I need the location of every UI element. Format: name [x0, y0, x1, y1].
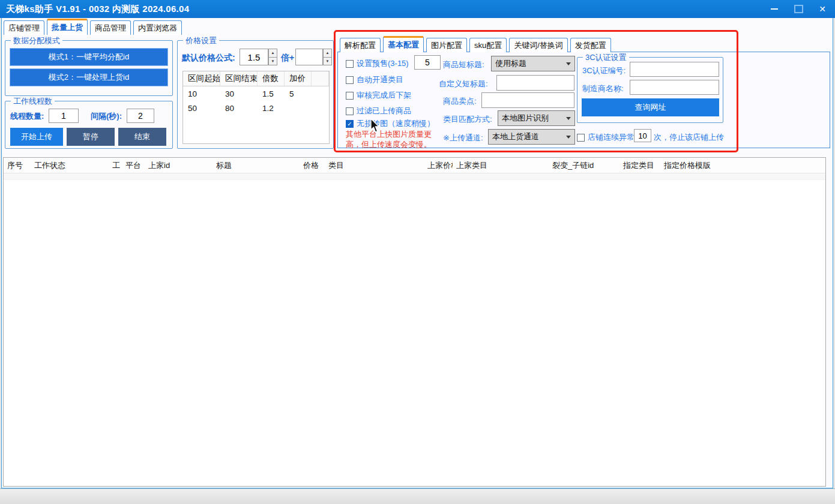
presale-label: 设置预售(3-15) [357, 58, 409, 69]
shop-abnormal-checkbox[interactable] [577, 134, 585, 142]
price-addition-input[interactable] [295, 49, 323, 65]
price-table-row[interactable]: 50 80 1.2 [183, 101, 329, 115]
col-seller-price[interactable]: 上家价格 [424, 160, 453, 171]
short-title-label: 商品短标题: [443, 59, 484, 70]
cert-no-label: 3C认证编号: [582, 65, 625, 76]
grid-header-row: 序号 工作状态 工 平台 上家id 标题 价格 类目 上家价格 上家类目 裂变_… [4, 158, 825, 173]
abnormal-count-input[interactable] [634, 129, 651, 142]
tab-product-manage[interactable]: 商品管理 [90, 20, 131, 35]
status-strip [0, 488, 835, 504]
app-window: 天梯ks助手 V1.91 - 0032 内测版 2024.06.04 ✕ 店铺管… [0, 0, 835, 504]
close-icon: ✕ [819, 4, 826, 14]
minimize-button[interactable] [767, 1, 782, 17]
col-range-end: 区间结束 [220, 71, 258, 86]
lossless-image-label: 无损传图（速度稍慢） [357, 118, 435, 129]
mouse-cursor-icon [370, 118, 381, 134]
price-range-table[interactable]: 区间起始 区间结束 倍数 加价 10 30 1.5 5 50 80 1.2 [182, 71, 330, 144]
lossless-image-checkbox-row[interactable]: ✓ 无损传图（速度稍慢） [346, 118, 435, 129]
col-seller-id[interactable]: 上家id [145, 160, 213, 171]
price-table-header: 区间起始 区间结束 倍数 加价 [183, 71, 329, 86]
basic-config-panel: 设置预售(3-15) 自动开通类目 审核完成后下架 过滤已上传商品 ✓ 无损传图… [337, 52, 830, 148]
mode2-button[interactable]: 模式2：一键处理上货id [10, 68, 168, 86]
category-match-select[interactable]: 本地图片识别 [498, 110, 575, 126]
maker-name-input[interactable] [630, 80, 719, 95]
chevron-down-icon [566, 136, 571, 139]
cell-range-start: 10 [183, 89, 220, 98]
col-work[interactable]: 工 [109, 160, 122, 171]
tab-batch-upload[interactable]: 批量上货 [47, 19, 88, 35]
col-seller-category[interactable]: 上家类目 [453, 160, 549, 171]
mode1-button[interactable]: 模式1：一键平均分配id [10, 48, 168, 66]
filter-uploaded-checkbox-row[interactable]: 过滤已上传商品 [346, 106, 411, 116]
spin-up-icon[interactable]: ▲ [268, 49, 277, 58]
selling-point-label: 商品卖点: [443, 96, 477, 107]
category-match-value: 本地图片识别 [502, 113, 549, 124]
selling-point-input[interactable] [481, 92, 574, 108]
col-category[interactable]: 类目 [325, 160, 424, 171]
col-range-start: 区间起始 [183, 71, 220, 86]
stop-button[interactable]: 结束 [118, 128, 166, 146]
worker-thread-group: 工作线程数 线程数量: 间隔(秒): 开始上传 暂停 结束 [5, 101, 173, 149]
auto-category-checkbox[interactable] [346, 76, 354, 84]
cfgtab-keywords[interactable]: 关键词/替换词 [509, 38, 568, 52]
formula-multiplier-spinner[interactable]: ▲ ▼ [268, 49, 277, 65]
col-work-status[interactable]: 工作状态 [31, 160, 109, 171]
col-assigned-price-template[interactable]: 指定价格模版 [660, 160, 825, 171]
grid-subheader-strip [4, 173, 825, 180]
title-bar: 天梯ks助手 V1.91 - 0032 内测版 2024.06.04 ✕ [0, 0, 835, 18]
cfgtab-parse[interactable]: 解析配置 [340, 38, 381, 52]
cell-multiplier: 1.5 [258, 89, 285, 98]
custom-title-input[interactable] [496, 75, 574, 91]
window-title: 天梯ks助手 V1.91 - 0032 内测版 2024.06.04 [0, 4, 189, 15]
maximize-button[interactable] [791, 1, 806, 17]
cfgtab-shipping[interactable]: 发货配置 [570, 38, 611, 52]
close-button[interactable]: ✕ [815, 1, 830, 17]
cell-range-end: 30 [220, 89, 258, 98]
short-title-select[interactable]: 使用标题 [491, 56, 575, 71]
delist-after-review-label: 审核完成后下架 [357, 90, 411, 101]
col-assigned-category[interactable]: 指定类目 [619, 160, 660, 171]
interval-input[interactable] [127, 109, 154, 123]
price-addition-spinner[interactable]: ▲ ▼ [323, 49, 332, 65]
price-table-row[interactable]: 10 30 1.5 5 [183, 86, 329, 101]
filter-uploaded-checkbox[interactable] [346, 107, 354, 115]
spin-down-icon[interactable]: ▼ [268, 58, 277, 66]
tab-builtin-browser[interactable]: 内置浏览器 [133, 20, 182, 35]
start-upload-button[interactable]: 开始上传 [10, 128, 63, 146]
auto-category-checkbox-row[interactable]: 自动开通类目 [346, 74, 403, 85]
shop-abnormal-suffix: 次，停止该店铺上传 [654, 132, 724, 143]
interval-label: 间隔(秒): [91, 111, 122, 122]
cell-markup: 5 [285, 89, 312, 98]
maximize-icon [794, 5, 803, 13]
presale-checkbox[interactable] [346, 60, 354, 68]
col-fission-sublink-id[interactable]: 裂变_子链id [549, 160, 619, 171]
thread-count-input[interactable] [49, 109, 79, 123]
cfgtab-basic[interactable]: 基本配置 [383, 36, 424, 52]
col-title[interactable]: 标题 [213, 160, 300, 171]
delist-after-review-checkbox-row[interactable]: 审核完成后下架 [346, 90, 411, 101]
cell-range-start: 50 [183, 104, 220, 113]
delist-after-review-checkbox[interactable] [346, 92, 354, 100]
upload-task-grid[interactable]: 序号 工作状态 工 平台 上家id 标题 价格 类目 上家价格 上家类目 裂变_… [3, 157, 826, 487]
tab-shop-manage[interactable]: 店铺管理 [4, 20, 44, 35]
pause-button[interactable]: 暂停 [67, 128, 115, 146]
col-price[interactable]: 价格 [300, 160, 325, 171]
shop-abnormal-checkbox-row[interactable]: 店铺连续异常 [577, 132, 635, 143]
presale-days-input[interactable] [414, 55, 441, 70]
col-markup: 加价 [285, 71, 312, 86]
formula-multiplier-input[interactable] [240, 49, 268, 65]
cert-no-input[interactable] [630, 62, 719, 77]
col-platform[interactable]: 平台 [122, 160, 145, 171]
presale-checkbox-row[interactable]: 设置预售(3-15) [346, 58, 409, 69]
short-title-value: 使用标题 [495, 58, 526, 69]
upload-channel-select[interactable]: 本地上货通道 [488, 129, 575, 145]
spin-down-icon[interactable]: ▼ [323, 58, 332, 66]
query-url-button[interactable]: 查询网址 [582, 98, 719, 116]
cfgtab-image[interactable]: 图片配置 [426, 38, 467, 52]
col-seq[interactable]: 序号 [4, 160, 31, 171]
spin-up-icon[interactable]: ▲ [323, 49, 332, 58]
minimize-icon [771, 8, 778, 10]
cell-multiplier: 1.2 [258, 104, 285, 113]
cfgtab-sku[interactable]: sku配置 [469, 38, 507, 52]
lossless-image-checkbox[interactable]: ✓ [346, 120, 354, 128]
